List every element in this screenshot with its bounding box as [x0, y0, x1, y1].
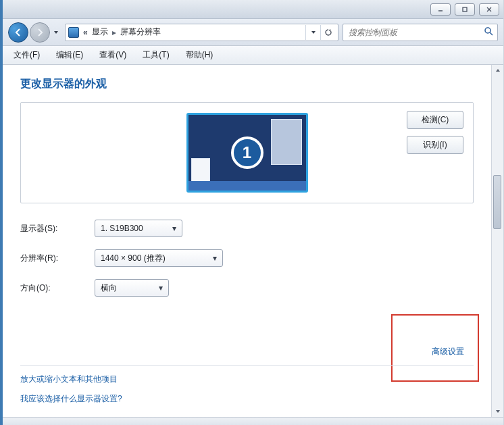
address-dropdown[interactable]: [305, 25, 320, 40]
forward-button[interactable]: [30, 22, 50, 43]
display-row: 显示器(S): 1. S19B300 ▾: [20, 220, 474, 237]
address-bar[interactable]: « 显示 ▸ 屏幕分辨率: [65, 24, 338, 41]
close-button[interactable]: [479, 3, 499, 16]
display-label: 显示器(S):: [20, 223, 95, 234]
settings-form: 显示器(S): 1. S19B300 ▾ 分辨率(R): 1440 × 900 …: [20, 220, 474, 297]
advanced-settings-link[interactable]: 高级设置: [432, 346, 464, 357]
nav-history-dropdown[interactable]: [51, 26, 61, 39]
menu-tools[interactable]: 工具(T): [136, 47, 176, 63]
search-input[interactable]: [347, 27, 480, 38]
divider: [20, 365, 474, 366]
monitor-window-decor: [271, 119, 302, 165]
scroll-thumb[interactable]: [493, 175, 501, 229]
window-titlebar: [3, 0, 503, 19]
display-preview-area[interactable]: 1: [28, 113, 466, 193]
orientation-value: 横向: [101, 282, 152, 294]
orientation-label: 方向(O):: [20, 282, 95, 294]
monitor-thumbnail[interactable]: 1: [186, 113, 308, 193]
detect-button[interactable]: 检测(C): [407, 111, 463, 129]
svg-line-5: [490, 32, 493, 35]
page-title: 更改显示器的外观: [20, 77, 474, 91]
window-bottom-border: [3, 417, 503, 425]
back-button[interactable]: [8, 22, 28, 43]
content-area: 更改显示器的外观 1 检测(C) 识别(I) 显示器(S): [3, 65, 491, 417]
search-box[interactable]: [343, 24, 498, 41]
scroll-up-icon[interactable]: [493, 65, 503, 76]
resolution-value: 1440 × 900 (推荐): [101, 253, 206, 264]
breadcrumb-segment[interactable]: 屏幕分辨率: [120, 26, 161, 38]
search-icon[interactable]: [484, 26, 493, 38]
orientation-dropdown[interactable]: 横向 ▾: [95, 279, 169, 297]
menu-help[interactable]: 帮助(H): [179, 47, 220, 63]
svg-point-4: [485, 28, 490, 33]
menu-bar: 文件(F) 编辑(E) 查看(V) 工具(T) 帮助(H): [3, 46, 503, 65]
display-dropdown[interactable]: 1. S19B300 ▾: [95, 220, 182, 237]
related-links: 放大或缩小文本和其他项目 我应该选择什么显示器设置?: [20, 374, 122, 405]
menu-file[interactable]: 文件(F): [7, 47, 47, 63]
resolution-dropdown[interactable]: 1440 × 900 (推荐) ▾: [95, 249, 223, 267]
display-preview-panel: 1 检测(C) 识别(I): [20, 102, 474, 203]
resolution-row: 分辨率(R): 1440 × 900 (推荐) ▾: [20, 249, 474, 267]
identify-button[interactable]: 识别(I): [407, 136, 463, 154]
scroll-track[interactable]: [492, 76, 503, 406]
vertical-scrollbar[interactable]: [491, 65, 503, 417]
nav-buttons: [8, 22, 61, 43]
text-size-link[interactable]: 放大或缩小文本和其他项目: [20, 374, 122, 385]
which-settings-link[interactable]: 我应该选择什么显示器设置?: [20, 393, 122, 405]
control-panel-window: « 显示 ▸ 屏幕分辨率 文件(F) 编辑(E) 查看(V) 工具(T): [0, 0, 504, 425]
scroll-down-icon[interactable]: [493, 406, 503, 417]
maximize-button[interactable]: [455, 3, 475, 16]
breadcrumb-segment[interactable]: 显示: [92, 26, 108, 38]
resolution-label: 分辨率(R):: [20, 253, 95, 264]
refresh-button[interactable]: [320, 25, 335, 40]
content-wrap: 更改显示器的外观 1 检测(C) 识别(I) 显示器(S): [3, 65, 503, 417]
orientation-row: 方向(O): 横向 ▾: [20, 279, 474, 297]
menu-view[interactable]: 查看(V): [93, 47, 133, 63]
monitor-taskbar-decor: [188, 181, 306, 191]
monitor-number-badge: 1: [231, 136, 263, 169]
chevron-down-icon: ▾: [172, 224, 176, 233]
navigation-bar: « 显示 ▸ 屏幕分辨率: [3, 19, 503, 46]
display-value: 1. S19B300: [101, 224, 166, 233]
minimize-button[interactable]: [430, 3, 451, 16]
svg-rect-1: [463, 7, 467, 11]
chevron-right-icon: ▸: [112, 28, 116, 37]
chevron-down-icon: ▾: [213, 253, 217, 263]
preview-buttons: 检测(C) 识别(I): [407, 111, 463, 154]
chevron-down-icon: ▾: [159, 283, 163, 293]
control-panel-icon: [68, 27, 79, 38]
menu-edit[interactable]: 编辑(E): [49, 47, 90, 63]
breadcrumb-overflow-icon: «: [83, 28, 88, 37]
